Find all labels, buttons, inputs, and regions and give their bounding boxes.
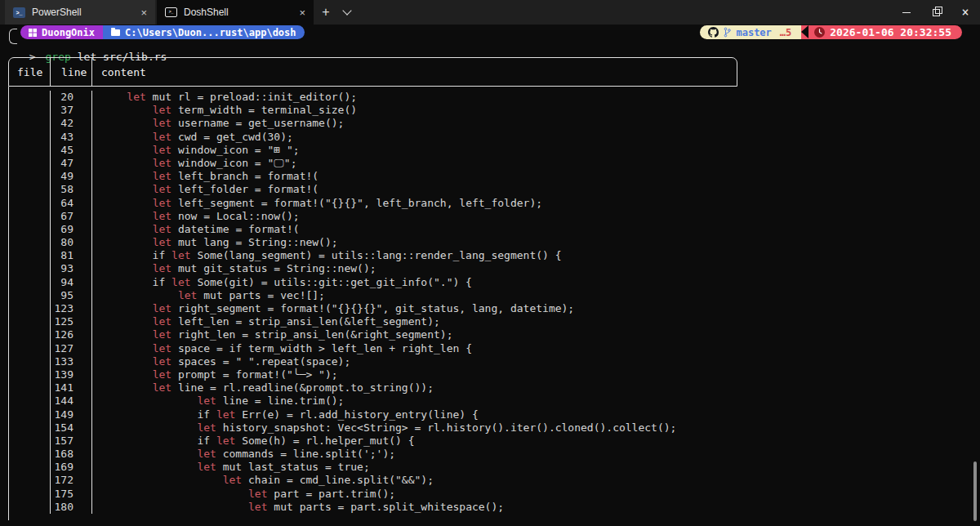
file-cell: [9, 276, 51, 289]
table-row: 127 let space = if term_width > left_len…: [9, 342, 972, 355]
line-number: 64: [51, 197, 92, 210]
line-number: 175: [51, 488, 92, 501]
file-cell: [9, 355, 51, 368]
line-number: 58: [51, 183, 92, 196]
line-number: 47: [51, 157, 92, 170]
table-row: 169 let mut last_status = true;: [9, 461, 972, 474]
tab-powershell[interactable]: >_ PowerShell ×: [5, 0, 155, 25]
powershell-icon: >_: [13, 7, 25, 18]
minimize-button[interactable]: [891, 0, 922, 25]
code-content: let mut last_status = true;: [92, 461, 370, 474]
file-cell: [9, 435, 51, 448]
prompt-right-segments: master …5 2026-01-06 20:32:55: [700, 25, 962, 39]
file-cell: [9, 328, 51, 341]
file-cell: [9, 197, 51, 210]
path-segment: C:\Users\Duon...rust\app\dosh: [103, 25, 305, 39]
title-bar: >_ PowerShell × >_ DoshShell × + ×: [0, 0, 980, 25]
table-row: 37 let term_width = terminal_size(): [9, 104, 972, 117]
tab-label: DoshShell: [184, 7, 292, 18]
tab-dropdown-button[interactable]: [338, 3, 356, 21]
table-row: 172 let chain = cmd_line.split("&&");: [9, 474, 972, 487]
table-row: 154 let history_snapshot: Vec<String> = …: [9, 421, 972, 435]
code-content: if let Some(lang_segment) = utils::lang:…: [92, 249, 562, 262]
folder-icon: [111, 29, 120, 36]
git-changes-count: …5: [780, 27, 791, 38]
code-content: let mut git_status = String::new();: [92, 262, 376, 275]
restore-button[interactable]: [920, 0, 951, 25]
table-row: 144 let line = line.trim();: [9, 394, 972, 408]
code-content: let left_branch = format!(: [92, 170, 318, 183]
github-icon: [708, 27, 719, 38]
table-row: 141 let line = rl.readline(&prompt.to_st…: [9, 381, 972, 394]
file-cell: [9, 302, 51, 315]
file-cell: [9, 262, 51, 275]
file-cell: [9, 501, 51, 514]
line-number: 168: [51, 448, 92, 461]
header-file: file: [9, 58, 51, 86]
table-row: 45 let window_icon = "⊞ ";: [9, 144, 972, 157]
line-number: 20: [51, 91, 92, 104]
code-content: let mut rl = preload::init_editor();: [92, 91, 357, 104]
line-number: 154: [51, 421, 92, 435]
table-row: 47 let window_icon = "🖵";: [9, 157, 972, 170]
file-cell: [9, 104, 51, 117]
line-number: 127: [51, 342, 92, 355]
close-window-button[interactable]: ×: [950, 0, 980, 25]
table-row: 93 let mut git_status = String::new();: [9, 262, 972, 275]
table-row: 168 let commands = line.split(';');: [9, 448, 972, 461]
line-number: 81: [51, 249, 92, 262]
file-cell: [9, 249, 51, 262]
clock-icon: [814, 27, 825, 38]
close-tab-icon[interactable]: ×: [299, 7, 305, 18]
code-content: let cwd = get_cwd(30);: [92, 131, 293, 144]
table-row: 80 let mut lang = String::new();: [9, 236, 972, 249]
header-line: line: [51, 58, 92, 86]
table-row: 126 let right_len = strip_ansi_len(&righ…: [9, 328, 972, 341]
code-content: let prompt = format!("╰─> ");: [92, 368, 338, 381]
table-row: 149 if let Err(e) = rl.add_history_entry…: [9, 408, 972, 421]
line-number: 144: [51, 394, 92, 408]
file-cell: [9, 236, 51, 249]
line-number: 172: [51, 474, 92, 487]
file-cell: [9, 394, 51, 408]
table-row: 133 let spaces = " ".repeat(space);: [9, 355, 972, 368]
code-content: if let Some(git) = utils::git::get_git_i…: [92, 276, 472, 289]
line-number: 45: [51, 144, 92, 157]
scrollbar-thumb[interactable]: [973, 461, 977, 521]
code-content: let chain = cmd_line.split("&&");: [92, 474, 434, 487]
code-content: let commands = line.split(';');: [92, 448, 395, 461]
code-content: let left_segment = format!("{}{}", left_…: [92, 197, 542, 210]
clock-segment: 2026-01-06 20:32:55: [801, 25, 962, 39]
line-number: 94: [51, 276, 92, 289]
table-row: 180 let mut parts = part.split_whitespac…: [9, 501, 972, 514]
line-number: 123: [51, 302, 92, 315]
prompt-left-segments: DuongOnix C:\Users\Duon...rust\app\dosh: [20, 25, 305, 39]
file-cell: [9, 408, 51, 421]
file-cell: [9, 315, 51, 328]
file-cell: [9, 381, 51, 394]
file-cell: [9, 210, 51, 223]
powerline-notch: [801, 25, 808, 38]
tab-doshshell[interactable]: >_ DoshShell ×: [157, 0, 314, 25]
line-number: 95: [51, 289, 92, 302]
file-cell: [9, 223, 51, 236]
command-line[interactable]: >greplet src/lib.rs: [16, 38, 167, 51]
line-number: 69: [51, 223, 92, 236]
table-row: 69 let datetime = format!(: [9, 223, 972, 236]
code-content: let right_segment = format!("{}{}{}", gi…: [92, 302, 574, 315]
table-row: 81 if let Some(lang_segment) = utils::la…: [9, 249, 972, 262]
table-row: 125 let left_len = strip_ansi_len(&left_…: [9, 315, 972, 328]
username-label: DuongOnix: [42, 27, 95, 38]
code-content: let mut parts = vec![];: [92, 289, 325, 302]
file-cell: [9, 144, 51, 157]
new-tab-button[interactable]: +: [317, 3, 335, 21]
git-segment: master …5: [700, 25, 801, 39]
table-body: 20 let mut rl = preload::init_editor();3…: [8, 87, 972, 520]
restore-icon: [933, 9, 940, 16]
line-number: 80: [51, 236, 92, 249]
close-tab-icon[interactable]: ×: [140, 7, 147, 18]
line-number: 37: [51, 104, 92, 117]
code-content: let datetime = format!(: [92, 223, 300, 236]
line-number: 126: [51, 328, 92, 341]
tab-label: PowerShell: [32, 7, 134, 18]
